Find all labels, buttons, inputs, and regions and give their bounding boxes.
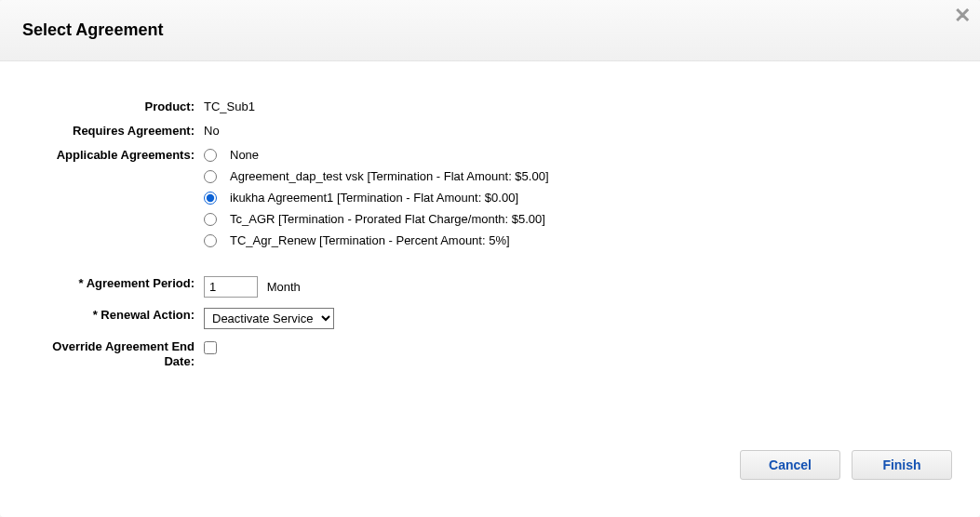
radio-input[interactable] [204, 213, 217, 226]
override-end-date-checkbox[interactable] [204, 341, 217, 354]
agreement-period-unit: Month [267, 280, 301, 294]
radio-option-tc-agr[interactable]: Tc_AGR [Termination - Prorated Flat Char… [204, 212, 958, 226]
label-product: Product: [22, 99, 204, 113]
radio-input[interactable] [204, 170, 217, 183]
renewal-action-select[interactable]: Deactivate Service [204, 308, 334, 329]
agreement-period-input[interactable] [204, 276, 258, 298]
radio-label: ikukha Agreement1 [Termination - Flat Am… [230, 191, 518, 205]
radio-input[interactable] [204, 149, 217, 162]
dialog-titlebar: Select Agreement ✕ [0, 0, 980, 61]
radio-option-tc-agr-renew[interactable]: TC_Agr_Renew [Termination - Percent Amou… [204, 233, 958, 247]
radio-input[interactable] [204, 192, 217, 205]
radio-label: None [230, 148, 259, 162]
radio-label: TC_Agr_Renew [Termination - Percent Amou… [230, 233, 510, 247]
dialog-content: Product: TC_Sub1 Requires Agreement: No … [0, 61, 980, 402]
row-product: Product: TC_Sub1 [22, 99, 958, 113]
applicable-agreements-radio-group: None Agreement_dap_test vsk [Termination… [204, 148, 958, 247]
dialog-title: Select Agreement [22, 20, 958, 40]
label-renewal-action: * Renewal Action: [22, 307, 204, 322]
radio-input[interactable] [204, 234, 217, 247]
label-requires-agreement: Requires Agreement: [22, 123, 204, 138]
row-requires-agreement: Requires Agreement: No [22, 123, 958, 138]
radio-option-none[interactable]: None [204, 148, 958, 162]
label-agreement-period: * Agreement Period: [22, 275, 204, 290]
label-override-end-date: Override Agreement End Date: [22, 338, 204, 370]
radio-label: Agreement_dap_test vsk [Termination - Fl… [230, 169, 549, 183]
select-agreement-dialog: Select Agreement ✕ Product: TC_Sub1 Requ… [0, 0, 980, 517]
row-applicable-agreements: Applicable Agreements: None Agreement_da… [22, 147, 958, 247]
finish-button[interactable]: Finish [852, 450, 952, 480]
button-bar: Cancel Finish [740, 450, 952, 480]
row-agreement-period: * Agreement Period: Month [22, 275, 958, 298]
radio-label: Tc_AGR [Termination - Prorated Flat Char… [230, 212, 545, 226]
label-applicable-agreements: Applicable Agreements: [22, 147, 204, 162]
cancel-button[interactable]: Cancel [740, 450, 840, 480]
row-renewal-action: * Renewal Action: Deactivate Service [22, 307, 958, 329]
value-product: TC_Sub1 [204, 99, 958, 113]
row-override-end-date: Override Agreement End Date: [22, 338, 958, 370]
radio-option-dap-test[interactable]: Agreement_dap_test vsk [Termination - Fl… [204, 169, 958, 183]
close-icon[interactable]: ✕ [954, 6, 971, 26]
radio-option-ikukha[interactable]: ikukha Agreement1 [Termination - Flat Am… [204, 191, 958, 205]
value-requires-agreement: No [204, 123, 958, 138]
